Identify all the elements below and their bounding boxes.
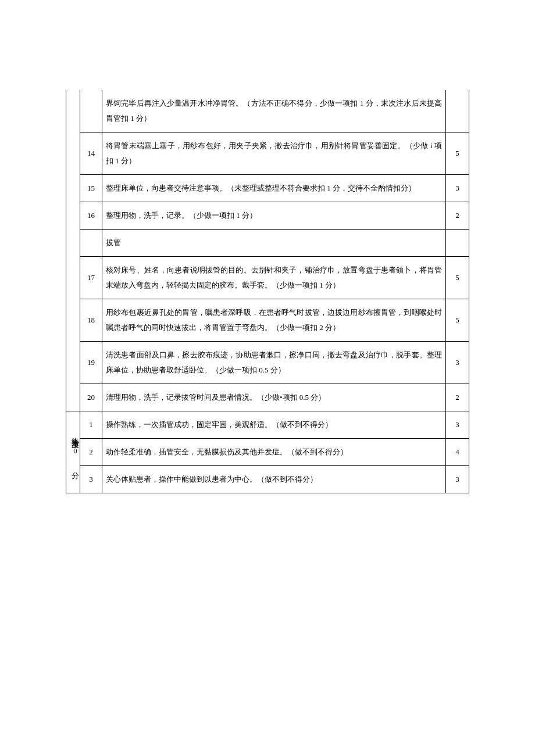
section-label: 终末质量10 分 (67, 432, 83, 467)
evaluation-table: 界饲完毕后再注入少量温开水冲净胃管。（方法不正确不得分，少做一项扣 1 分，末次… (66, 90, 469, 493)
num-cell: 14 (80, 132, 102, 175)
score-cell: 3 (446, 342, 469, 384)
num-cell (80, 90, 102, 132)
num-cell: 2 (80, 439, 102, 466)
content-cell: 操作熟练，一次插管成功，固定牢固，美观舒适。（做不到不得分） (102, 411, 446, 439)
table-row: 14 将胃管末端塞上塞子，用纱布包好，用夹子夹紧，撤去治疗巾，用别针将胃管妥善固… (66, 132, 469, 175)
content-cell: 关心体贴患者，操作中能做到以患者为中心。（做不到不得分） (102, 466, 446, 493)
score-cell: 3 (446, 466, 469, 493)
score-cell: 2 (446, 202, 469, 230)
num-cell: 20 (80, 384, 102, 411)
table-row: 拔管 (66, 230, 469, 257)
score-cell: 5 (446, 299, 469, 342)
num-cell: 18 (80, 299, 102, 342)
content-cell: 清理用物，洗手，记录拔管时间及患者情况。（少做•项扣 0.5 分） (102, 384, 446, 411)
score-cell: 2 (446, 384, 469, 411)
content-cell: 核对床号、姓名，向患者说明拔管的目的。去别针和夹子，铺治疗巾，放置弯盘于患者颌卜… (102, 257, 446, 299)
num-cell: 16 (80, 202, 102, 230)
content-cell: 动作轻柔准确，插管安全，无黏膜损伤及其他并发症。（做不到不得分） (102, 439, 446, 466)
table-row: 2 动作轻柔准确，插管安全，无黏膜损伤及其他并发症。（做不到不得分） 4 (66, 439, 469, 466)
score-cell: 4 (446, 439, 469, 466)
table-row: 18 用纱布包裹近鼻孔处的胃管，嘱患者深呼吸，在患者呼气时拔管，边拔边用纱布擦胃… (66, 299, 469, 342)
content-cell: 拔管 (102, 230, 446, 257)
num-cell: 3 (80, 466, 102, 493)
num-cell: 19 (80, 342, 102, 384)
score-cell: 3 (446, 175, 469, 202)
num-cell: 1 (80, 411, 102, 439)
num-cell (80, 230, 102, 257)
content-cell: 界饲完毕后再注入少量温开水冲净胃管。（方法不正确不得分，少做一项扣 1 分，末次… (102, 90, 446, 132)
table-row: 15 整理床单位，向患者交待注意事项。（未整理或整理不符合要求扣 1 分，交待不… (66, 175, 469, 202)
content-cell: 将胃管末端塞上塞子，用纱布包好，用夹子夹紧，撤去治疗巾，用别针将胃管妥善固定。（… (102, 132, 446, 175)
table-row: 19 清洗患者面部及口鼻，擦去胶布痕迹，协助患者漱口，擦净口周，撤去弯盘及治疗巾… (66, 342, 469, 384)
score-cell: 5 (446, 132, 469, 175)
score-cell (446, 90, 469, 132)
content-cell: 清洗患者面部及口鼻，擦去胶布痕迹，协助患者漱口，擦净口周，撤去弯盘及治疗巾，脱手… (102, 342, 446, 384)
table-row: 17 核对床号、姓名，向患者说明拔管的目的。去别针和夹子，铺治疗巾，放置弯盘于患… (66, 257, 469, 299)
content-cell: 整理用物，洗手，记录。（少做一项扣 1 分） (102, 202, 446, 230)
content-cell: 整理床单位，向患者交待注意事项。（未整理或整理不符合要求扣 1 分，交待不全酌情… (102, 175, 446, 202)
content-cell: 用纱布包裹近鼻孔处的胃管，嘱患者深呼吸，在患者呼气时拔管，边拔边用纱布擦胃管，到… (102, 299, 446, 342)
section-cell-final: 终末质量10 分 (66, 411, 80, 493)
score-cell: 5 (446, 257, 469, 299)
table-row: 终末质量10 分 1 操作熟练，一次插管成功，固定牢固，美观舒适。（做不到不得分… (66, 411, 469, 439)
table-row: 3 关心体贴患者，操作中能做到以患者为中心。（做不到不得分） 3 (66, 466, 469, 493)
num-cell: 17 (80, 257, 102, 299)
num-cell: 15 (80, 175, 102, 202)
score-cell (446, 230, 469, 257)
score-cell: 3 (446, 411, 469, 439)
section-cell-main (66, 90, 80, 411)
table-row: 20 清理用物，洗手，记录拔管时间及患者情况。（少做•项扣 0.5 分） 2 (66, 384, 469, 411)
table-row: 16 整理用物，洗手，记录。（少做一项扣 1 分） 2 (66, 202, 469, 230)
table-row: 界饲完毕后再注入少量温开水冲净胃管。（方法不正确不得分，少做一项扣 1 分，末次… (66, 90, 469, 132)
